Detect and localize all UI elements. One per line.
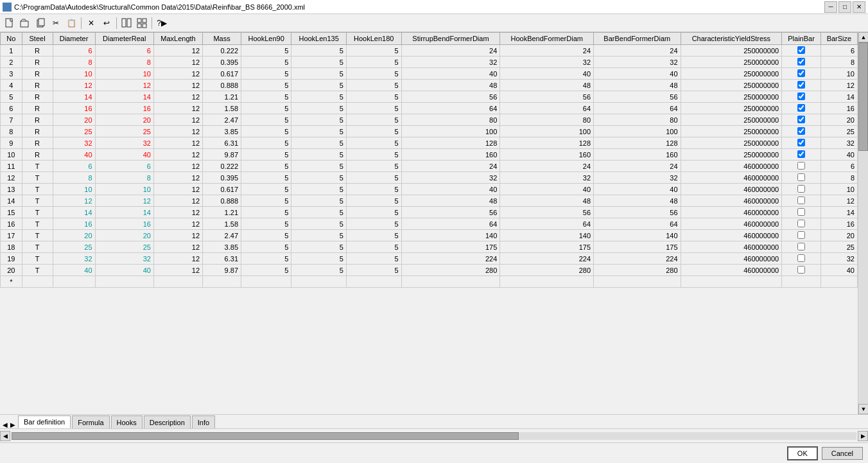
cell-hooklen180: 5 [346,195,401,207]
plainbar-checkbox[interactable] [797,220,805,227]
plainbar-checkbox[interactable] [797,197,805,204]
table-row[interactable]: 18 T 25 25 12 3.85 5 5 5 175 175 175 460… [1,241,858,253]
scroll-up-button[interactable]: ▲ [858,32,868,42]
table-row[interactable]: 10 R 40 40 12 9.87 5 5 5 160 160 160 250… [1,149,858,161]
toolbar-chart1-button[interactable] [119,16,134,30]
tab-info[interactable]: Info [192,415,215,428]
toolbar-paste-button[interactable]: 📋 [64,16,78,30]
plainbar-checkbox[interactable] [797,243,805,250]
table-row[interactable]: 9 R 32 32 12 6.31 5 5 5 128 128 128 2500… [1,137,858,149]
toolbar-chart2-button[interactable] [135,16,149,30]
table-row[interactable]: 12 T 8 8 12 0.395 5 5 5 32 32 32 4600000… [1,172,858,184]
scroll-track-vertical[interactable] [858,42,868,404]
toolbar-cut-button[interactable]: ✂ [49,16,63,30]
cell-plainbar[interactable] [782,91,821,103]
cell-hookbend: 56 [500,91,594,103]
cell-plainbar[interactable] [782,218,821,230]
scroll-down-button[interactable]: ▼ [858,404,868,414]
cell-plainbar[interactable] [782,57,821,68]
cell-plainbar[interactable] [782,195,821,207]
plainbar-checkbox[interactable] [797,185,805,193]
toolbar-new-button[interactable] [3,16,17,30]
plainbar-checkbox[interactable] [797,58,805,66]
plainbar-checkbox[interactable] [797,173,805,181]
table-row[interactable]: 16 T 16 16 12 1.58 5 5 5 64 64 64 460000… [1,218,858,230]
plainbar-checkbox[interactable] [797,231,805,239]
cell-plainbar[interactable] [782,161,821,172]
table-row[interactable]: 20 T 40 40 12 9.87 5 5 5 280 280 280 460… [1,265,858,276]
cell-plainbar[interactable] [782,80,821,91]
table-row[interactable]: 8 R 25 25 12 3.85 5 5 5 100 100 100 2500… [1,126,858,137]
horizontal-scrollbar[interactable]: ◀ ▶ [0,428,868,442]
table-row[interactable]: 7 R 20 20 12 2.47 5 5 5 80 80 80 2500000… [1,114,858,126]
plainbar-checkbox[interactable] [797,92,805,100]
table-row[interactable]: 6 R 16 16 12 1.58 5 5 5 64 64 64 2500000… [1,103,858,114]
scroll-track-horizontal[interactable] [12,432,856,440]
cell-plainbar[interactable] [782,149,821,161]
cell-plainbar[interactable] [782,172,821,184]
plainbar-checkbox[interactable] [797,150,805,158]
col-yield: CharacteristicYieldStress [681,33,782,45]
restore-button[interactable]: □ [838,1,851,13]
plainbar-checkbox[interactable] [797,254,805,262]
minimize-button[interactable]: ─ [824,1,837,13]
tab-nav-right[interactable]: ▶ [10,421,15,428]
plainbar-checkbox[interactable] [797,46,805,54]
cell-plainbar[interactable] [782,207,821,218]
plainbar-checkbox[interactable] [797,127,805,135]
footer: OK Cancel [0,442,868,463]
plainbar-checkbox[interactable] [797,266,805,274]
cell-plainbar[interactable] [782,45,821,57]
table-row[interactable]: 14 T 12 12 12 0.888 5 5 5 48 48 48 46000… [1,195,858,207]
toolbar-help-button[interactable]: ?▶ [155,16,169,30]
plainbar-checkbox[interactable] [797,162,805,170]
table-row[interactable]: 5 R 14 14 12 1.21 5 5 5 56 56 56 2500000… [1,91,858,103]
ok-button[interactable]: OK [787,446,818,460]
tab-hooks[interactable]: Hooks [111,415,143,428]
tab-bar-definition[interactable]: Bar definition [18,415,71,428]
tab-nav-left[interactable]: ◀ [3,421,8,428]
tab-formula[interactable]: Formula [72,415,109,428]
cell-plainbar[interactable] [782,103,821,114]
cell-plainbar[interactable] [782,241,821,253]
toolbar-open-button[interactable] [18,16,32,30]
cancel-button[interactable]: Cancel [822,447,863,460]
table-row[interactable]: 1 R 6 6 12 0.222 5 5 5 24 24 24 25000000… [1,45,858,57]
cell-plainbar[interactable] [782,184,821,195]
plainbar-checkbox[interactable] [797,104,805,112]
cell-plainbar[interactable] [782,126,821,137]
scroll-thumb-horizontal[interactable] [12,432,519,440]
table-row[interactable]: 19 T 32 32 12 6.31 5 5 5 224 224 224 460… [1,253,858,265]
table-container[interactable]: No Steel Diameter DiameterReal MaxLength… [0,32,858,414]
table-row[interactable]: 2 R 8 8 12 0.395 5 5 5 32 32 32 25000000… [1,57,858,68]
cell-plainbar[interactable] [782,114,821,126]
cell-plainbar[interactable] [782,230,821,241]
plainbar-checkbox[interactable] [797,116,805,123]
tab-description[interactable]: Description [144,415,191,428]
scroll-thumb-vertical[interactable] [858,42,868,151]
plainbar-checkbox[interactable] [797,69,805,77]
cell-mass: 0.617 [203,68,241,80]
table-row[interactable]: 17 T 20 20 12 2.47 5 5 5 140 140 140 460… [1,230,858,241]
cell-plainbar[interactable] [782,68,821,80]
toolbar-delete-button[interactable]: ✕ [84,16,98,30]
vertical-scrollbar[interactable]: ▲ ▼ [858,32,868,414]
table-new-row[interactable]: * [1,276,858,288]
cell-plainbar[interactable] [782,265,821,276]
cell-plainbar[interactable] [782,137,821,149]
table-row[interactable]: 4 R 12 12 12 0.888 5 5 5 48 48 48 250000… [1,80,858,91]
table-row[interactable]: 3 R 10 10 12 0.617 5 5 5 40 40 40 250000… [1,68,858,80]
table-row[interactable]: 11 T 6 6 12 0.222 5 5 5 24 24 24 4600000… [1,161,858,172]
close-button[interactable]: ✕ [853,1,865,13]
scroll-right-button[interactable]: ▶ [858,431,868,441]
plainbar-checkbox[interactable] [797,208,805,216]
plainbar-checkbox[interactable] [797,139,805,146]
plainbar-checkbox[interactable] [797,81,805,89]
table-row[interactable]: 15 T 14 14 12 1.21 5 5 5 56 56 56 460000… [1,207,858,218]
cell-hooklen90: 5 [241,137,291,149]
scroll-left-button[interactable]: ◀ [0,431,10,441]
toolbar-copy-button[interactable] [33,16,48,30]
table-row[interactable]: 13 T 10 10 12 0.617 5 5 5 40 40 40 46000… [1,184,858,195]
cell-plainbar[interactable] [782,253,821,265]
toolbar-undo-button[interactable]: ↩ [100,16,114,30]
